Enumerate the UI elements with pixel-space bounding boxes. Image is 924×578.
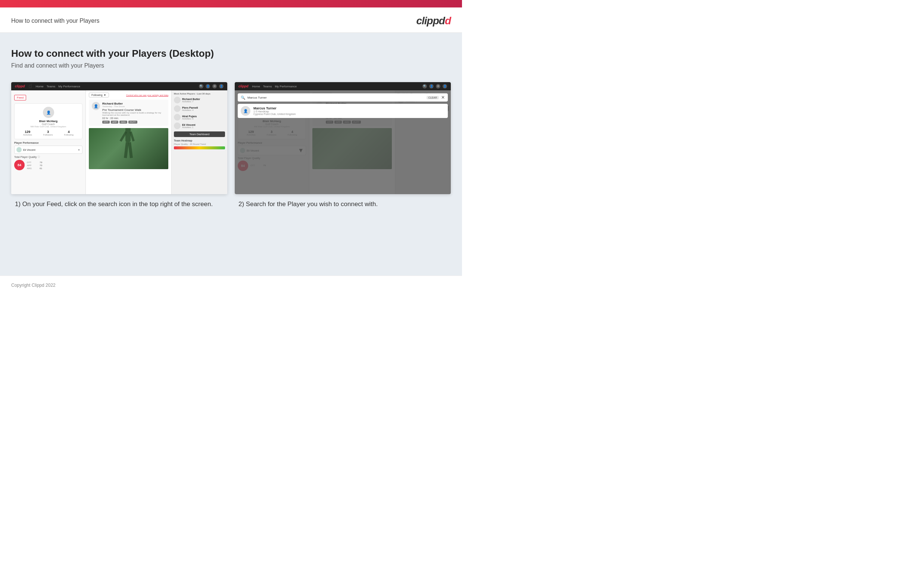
player-4-name: Eli Vincent <box>182 123 196 126</box>
profile-role: Golf Coach <box>18 123 79 125</box>
player-2-avatar <box>174 105 181 112</box>
activity-avatar: 👤 <box>92 102 100 110</box>
player-performance-section: Player Performance Eli Vincent ▼ Total P… <box>14 141 83 170</box>
nav2-item-teams[interactable]: Teams <box>263 85 272 88</box>
most-active-title: Most Active Players - Last 30 days <box>174 93 225 95</box>
top-bar <box>0 0 462 8</box>
app-nav-items: Home Teams My Performance <box>36 85 80 88</box>
app-nav-2: clippd Home Teams My Performance 🔍 👤 ⚙ 👤 <box>235 82 451 90</box>
player-3-name: Hiral Pujara <box>182 115 197 118</box>
quality-bars: OTT 79 APP <box>27 161 42 170</box>
followers-value: 3 <box>43 130 53 134</box>
activity-desc: Walking the course with my coach to buil… <box>102 112 165 116</box>
search-overlay: 🔍 Marcus Turner CLEAR ✕ 👤 Marcus Turner … <box>235 90 451 194</box>
following-label: Following <box>64 134 73 136</box>
player-selector-name: Eli Vincent <box>23 149 76 151</box>
followers-label: Followers <box>43 134 53 136</box>
chevron-down-icon: ▼ <box>78 149 80 151</box>
app-center-panel: Following ▼ Control who can see your act… <box>86 90 171 194</box>
golfer-image <box>89 128 168 169</box>
clear-button[interactable]: CLEAR <box>427 96 439 99</box>
caption-1: 1) On your Feed, click on the search ico… <box>11 200 227 209</box>
profile-name: Blair McHarg <box>18 120 79 123</box>
user-icon[interactable]: 👤 <box>206 84 210 88</box>
app-nav-items-2: Home Teams My Performance <box>252 85 297 88</box>
active-player-4: Eli Vincent Activities: 1 <box>174 122 225 129</box>
activity-tags: OTT APP ARG PUTT <box>102 120 165 123</box>
arg-bar: ARG 61 <box>27 167 42 169</box>
app-nav-logo-2: clippd <box>238 84 249 88</box>
main-content: How to connect with your Players (Deskto… <box>0 33 462 276</box>
settings-icon-2[interactable]: ⚙ <box>436 84 440 88</box>
total-quality-label: Total Player Quality ⓘ <box>14 155 83 159</box>
user-icon-2[interactable]: 👤 <box>429 84 434 88</box>
settings-icon[interactable]: ⚙ <box>212 84 217 88</box>
nav2-item-home[interactable]: Home <box>252 85 260 88</box>
search-input-text[interactable]: Marcus Turner <box>248 96 424 99</box>
profile-icon-2[interactable]: 👤 <box>443 84 447 88</box>
search-result[interactable]: 👤 Marcus Turner 1-5 Handicap Cypress Poi… <box>238 104 448 118</box>
app-left-panel: Feed 👤 Blair McHarg Golf Coach Mill Ride… <box>11 90 86 194</box>
tag-app: APP <box>111 120 118 123</box>
header: How to connect with your Players clippdd <box>0 8 462 33</box>
profile-stats: 129 Activities 3 Followers 4 Following <box>18 130 79 136</box>
golfer-silhouette <box>104 128 149 169</box>
control-link[interactable]: Control who can see your activity and da… <box>126 94 168 96</box>
nav-item-teams[interactable]: Teams <box>47 85 56 88</box>
nav-item-home[interactable]: Home <box>36 85 43 88</box>
team-heatmap-label: Team Heatmap <box>174 139 225 142</box>
captions-row: 1) On your Feed, click on the search ico… <box>11 200 451 209</box>
search-icon[interactable]: 🔍 <box>199 84 203 88</box>
logo: clippdd <box>416 15 451 27</box>
activity-title: Pre Tournament Course Walk <box>102 108 165 112</box>
page-title: How to connect with your Players <box>11 18 100 24</box>
app-screenshot-2: clippd Home Teams My Performance 🔍 👤 ⚙ 👤 <box>235 82 451 194</box>
heatmap-bar <box>174 146 225 149</box>
logo-text: clippd <box>416 15 445 26</box>
activities-stat: 129 Activities <box>23 130 32 136</box>
svg-line-2 <box>121 132 126 141</box>
app-body-1: Feed 👤 Blair McHarg Golf Coach Mill Ride… <box>11 90 227 194</box>
copyright-text: Copyright Clippd 2022 <box>11 283 56 288</box>
following-value: 4 <box>64 130 73 134</box>
svg-line-3 <box>131 132 134 141</box>
app-nav-icons-2: 🔍 👤 ⚙ 👤 <box>422 84 447 88</box>
player-selector[interactable]: Eli Vincent ▼ <box>14 146 83 154</box>
feed-tab[interactable]: Feed <box>14 95 26 101</box>
tag-putt: PUTT <box>128 120 138 123</box>
search-icon-2[interactable]: 🔍 <box>422 84 427 88</box>
activity-card: 👤 Richard Butler Yesterday - The Grove P… <box>89 100 168 126</box>
player-3-avatar <box>174 114 181 120</box>
player-3-activities: Activities: 3 <box>182 118 197 120</box>
result-details: Marcus Turner 1-5 Handicap Cypress Point… <box>253 106 296 115</box>
player-selector-avatar <box>16 147 22 153</box>
close-icon[interactable]: ✕ <box>441 95 445 100</box>
hero-subtitle: Find and connect with your Players <box>11 62 451 69</box>
hero-section: How to connect with your Players (Deskto… <box>11 40 451 78</box>
app-nav-1: clippdd Home Teams My Performance 🔍 👤 ⚙ … <box>11 82 227 90</box>
search-bar: 🔍 Marcus Turner CLEAR ✕ <box>238 93 448 102</box>
player-1-activities: Activities: 7 <box>182 101 200 103</box>
profile-card: 👤 Blair McHarg Golf Coach Mill Ride Golf… <box>14 104 83 139</box>
player-4-activities: Activities: 1 <box>182 126 196 128</box>
tag-arg: ARG <box>120 120 127 123</box>
quality-display: 84 OTT 79 <box>14 160 83 170</box>
activities-value: 129 <box>23 130 32 134</box>
following-button[interactable]: Following ▼ <box>89 93 109 97</box>
profile-club: Mill Ride Golf Club, United Kingdom <box>18 125 79 128</box>
search-icon-overlay: 🔍 <box>241 96 245 100</box>
activities-label: Activities <box>23 134 32 136</box>
app-nav-icons: 🔍 👤 ⚙ 👤 <box>199 84 223 88</box>
player-4-avatar <box>174 122 181 129</box>
active-player-2: Piers Parnell Activities: 4 <box>174 105 225 112</box>
svg-line-5 <box>129 142 131 158</box>
profile-icon[interactable]: 👤 <box>219 84 223 88</box>
team-dashboard-button[interactable]: Team Dashboard <box>174 132 225 137</box>
nav2-item-myperformance[interactable]: My Performance <box>275 85 297 88</box>
heatmap-subtitle: Player Quality - 20 Round Trend <box>174 143 225 145</box>
nav-item-myperformance[interactable]: My Performance <box>58 85 80 88</box>
avatar: 👤 <box>43 107 54 118</box>
active-player-1: Richard Butler Activities: 7 <box>174 97 225 104</box>
screenshots-row: clippdd Home Teams My Performance 🔍 👤 ⚙ … <box>11 82 451 194</box>
result-name: Marcus Turner <box>253 106 296 110</box>
